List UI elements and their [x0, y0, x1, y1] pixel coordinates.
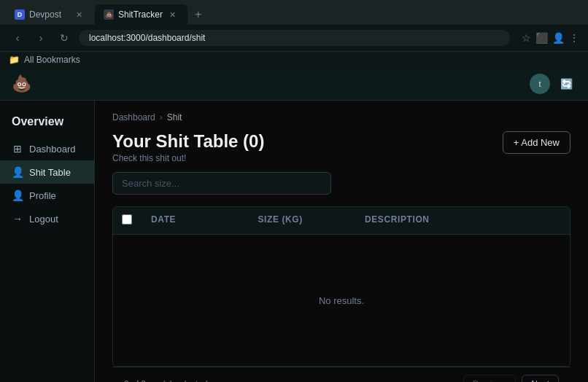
refresh-button[interactable]: ↻	[55, 29, 73, 47]
new-tab-button[interactable]: +	[189, 5, 207, 24]
sidebar-overview-label: Overview	[0, 112, 94, 137]
tab-bar: D Devpost ✕ 💩 ShitTracker ✕ +	[0, 0, 588, 25]
pagination: Previous Next	[463, 375, 559, 382]
search-input[interactable]	[112, 172, 331, 195]
data-table: DATE SIZE (KG) DESCRIPTION No results.	[112, 206, 570, 367]
sidebar-item-dashboard[interactable]: ⊞ Dashboard	[0, 137, 94, 160]
shittracker-favicon: 💩	[104, 9, 114, 20]
tab-shittracker-label: ShitTracker	[118, 9, 163, 20]
sidebar-item-profile-label: Profile	[29, 190, 56, 201]
selection-status: 0 of 0 row(s) selected.	[124, 379, 210, 382]
app-logo: 💩	[12, 74, 31, 93]
address-bar: ‹ › ↻ ☆ ⬛ 👤 ⋮	[0, 25, 588, 51]
page-subtitle: Check this shit out!	[112, 153, 264, 163]
add-new-button[interactable]: + Add New	[503, 131, 570, 154]
th-size: SIZE (KG)	[249, 214, 357, 227]
tab-shittracker-close[interactable]: ✕	[167, 9, 179, 20]
tab-devpost-close[interactable]: ✕	[73, 9, 85, 20]
shit-table-icon: 👤	[12, 166, 23, 178]
tab-devpost[interactable]: D Devpost ✕	[6, 4, 93, 25]
page-header: Your Shit Table (0) Check this shit out!…	[112, 131, 570, 163]
next-button[interactable]: Next	[522, 375, 559, 382]
breadcrumb: Dashboard › Shit	[112, 112, 570, 122]
sidebar-item-profile[interactable]: 👤 Profile	[0, 184, 94, 207]
page-title: Your Shit Table (0)	[112, 131, 264, 152]
browser-actions: ☆ ⬛ 👤 ⋮	[522, 32, 579, 44]
bookmarks-folder-icon: 📁	[9, 55, 20, 65]
no-results-text: No results.	[319, 295, 364, 306]
profile-nav-icon: 👤	[12, 190, 23, 201]
sidebar-item-logout-label: Logout	[29, 214, 58, 225]
main-content: Dashboard › Shit Your Shit Table (0) Che…	[95, 101, 588, 382]
url-input[interactable]	[79, 30, 510, 46]
app-header: 💩 t 🔄	[0, 68, 588, 101]
tab-devpost-label: Devpost	[29, 9, 61, 20]
back-button[interactable]: ‹	[9, 29, 26, 47]
extension-icon[interactable]: ⬛	[535, 32, 548, 44]
previous-button[interactable]: Previous	[463, 375, 517, 382]
settings-button[interactable]: 🔄	[556, 74, 576, 94]
table-body: No results.	[113, 235, 570, 366]
sidebar-item-dashboard-label: Dashboard	[29, 144, 76, 155]
th-description: DESCRIPTION	[356, 214, 570, 227]
breadcrumb-separator: ›	[160, 112, 163, 122]
header-actions: t 🔄	[530, 74, 576, 94]
menu-icon[interactable]: ⋮	[569, 32, 579, 44]
breadcrumb-parent[interactable]: Dashboard	[112, 112, 155, 122]
select-all-checkbox[interactable]	[122, 214, 132, 225]
app: 💩 t 🔄 Overview ⊞ Dashboard 👤 Shit Table …	[0, 68, 588, 382]
tab-shittracker[interactable]: 💩 ShitTracker ✕	[95, 4, 187, 25]
sidebar: Overview ⊞ Dashboard 👤 Shit Table 👤 Prof…	[0, 101, 95, 382]
page-title-block: Your Shit Table (0) Check this shit out!	[112, 131, 264, 163]
profile-icon[interactable]: 👤	[552, 32, 565, 44]
th-date: DATE	[142, 214, 249, 227]
sidebar-item-shit-table-label: Shit Table	[29, 167, 71, 178]
table-footer: 0 of 0 row(s) selected. Previous Next	[112, 367, 570, 382]
browser-chrome: D Devpost ✕ 💩 ShitTracker ✕ + ‹ › ↻ ☆ ⬛ …	[0, 0, 588, 68]
bookmarks-label[interactable]: All Bookmarks	[24, 55, 80, 65]
sidebar-item-logout[interactable]: → Logout	[0, 207, 94, 230]
breadcrumb-current: Shit	[167, 112, 182, 122]
avatar-button[interactable]: t	[530, 74, 550, 94]
bookmarks-bar: 📁 All Bookmarks	[0, 51, 588, 68]
logout-icon: →	[12, 213, 23, 225]
bookmark-star-icon[interactable]: ☆	[522, 32, 531, 44]
forward-button[interactable]: ›	[32, 29, 50, 47]
sidebar-item-shit-table[interactable]: 👤 Shit Table	[0, 160, 94, 184]
dashboard-icon: ⊞	[12, 143, 23, 155]
app-body: Overview ⊞ Dashboard 👤 Shit Table 👤 Prof…	[0, 101, 588, 382]
table-header: DATE SIZE (KG) DESCRIPTION	[113, 207, 570, 235]
devpost-favicon: D	[15, 9, 25, 20]
th-checkbox	[113, 214, 142, 227]
